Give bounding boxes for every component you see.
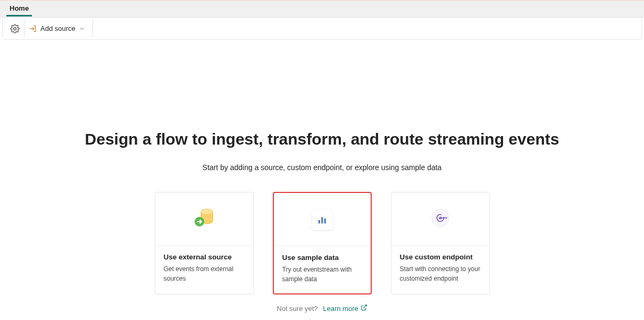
card-title: Use sample data xyxy=(282,254,362,262)
learn-more-link[interactable]: Learn more xyxy=(323,304,367,313)
svg-point-2 xyxy=(201,209,213,214)
chevron-down-icon xyxy=(79,26,85,32)
tab-home-label: Home xyxy=(10,4,29,12)
hint-text: Not sure yet? xyxy=(277,305,317,313)
card-sample-data[interactable]: Use sample data Try out eventstream with… xyxy=(273,192,372,294)
arrow-in-icon xyxy=(29,24,37,33)
card-desc: Start with connecting to your customized… xyxy=(400,264,481,283)
card-title: Use custom endpoint xyxy=(400,253,481,261)
footer-hint: Not sure yet? Learn more xyxy=(11,304,633,313)
tab-home[interactable]: Home xyxy=(6,1,32,16)
bar-chart-icon xyxy=(312,209,333,230)
endpoint-icon xyxy=(430,207,451,231)
database-arrow-icon xyxy=(191,205,218,233)
gear-icon xyxy=(10,24,20,33)
svg-line-11 xyxy=(363,305,366,308)
svg-rect-4 xyxy=(318,220,320,223)
toolbar-wrap: Add source xyxy=(0,18,644,40)
card-icon-zone xyxy=(391,192,489,246)
svg-rect-6 xyxy=(324,218,325,223)
card-row: Use external source Get events from exte… xyxy=(11,192,633,294)
card-desc: Get events from external sources xyxy=(164,264,245,283)
svg-rect-5 xyxy=(321,217,323,223)
external-link-icon xyxy=(361,304,367,313)
card-desc: Try out eventstream with sample data xyxy=(282,265,362,284)
page-subhead: Start by adding a source, custom endpoin… xyxy=(11,163,633,172)
card-body: Use custom endpoint Start with connectin… xyxy=(391,246,489,293)
page-headline: Design a flow to ingest, transform, and … xyxy=(11,130,633,148)
add-source-label: Add source xyxy=(40,24,76,32)
card-title: Use external source xyxy=(164,253,245,261)
settings-button[interactable] xyxy=(6,20,24,37)
add-source-button[interactable]: Add source xyxy=(24,20,93,37)
card-icon-zone xyxy=(274,193,371,246)
main-content: Design a flow to ingest, transform, and … xyxy=(0,40,644,313)
learn-more-label: Learn more xyxy=(323,305,358,313)
tab-bar: Home xyxy=(0,1,644,18)
toolbar: Add source xyxy=(2,18,642,40)
card-custom-endpoint[interactable]: Use custom endpoint Start with connectin… xyxy=(391,192,490,294)
card-external-source[interactable]: Use external source Get events from exte… xyxy=(155,192,254,294)
card-icon-zone xyxy=(155,192,253,246)
card-body: Use external source Get events from exte… xyxy=(155,246,253,293)
card-body: Use sample data Try out eventstream with… xyxy=(274,246,371,293)
svg-point-0 xyxy=(14,27,16,30)
